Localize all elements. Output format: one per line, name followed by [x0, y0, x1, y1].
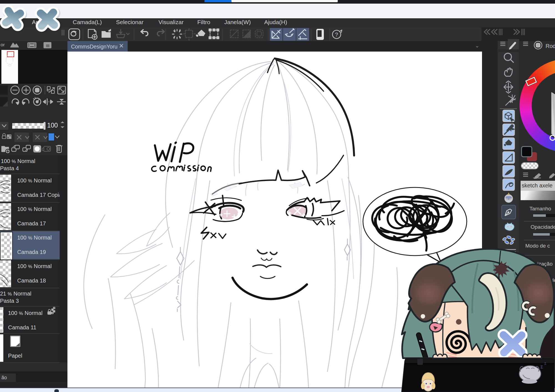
svg-text:?: ? [335, 32, 338, 38]
